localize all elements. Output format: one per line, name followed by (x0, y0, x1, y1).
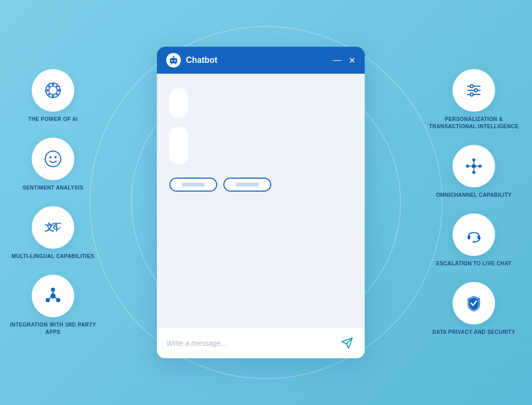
svg-point-24 (56, 298, 60, 302)
network-brain-icon (43, 80, 63, 101)
translate-icon: 文 A (43, 217, 63, 238)
feature-circle-data-privacy (453, 282, 495, 325)
feature-label-data-privacy: DATA PRIVACY AND SECURITY (432, 329, 515, 336)
quick-reply-button-2[interactable] (223, 178, 271, 192)
svg-point-44 (472, 158, 475, 161)
svg-line-27 (55, 297, 57, 299)
feature-circle-personalization (453, 69, 495, 112)
feature-circle-escalation (453, 213, 495, 256)
feature-label-multi-lingual: MULTI-LINGUAL CAPABILITIES (11, 253, 94, 260)
feature-sentiment-analysis: SENTIMENT ANALYSIS (22, 138, 83, 192)
svg-point-40 (470, 93, 473, 96)
feature-circle-omnichannel (453, 145, 495, 187)
send-icon (341, 337, 353, 349)
svg-point-1 (49, 86, 57, 95)
smiley-icon (43, 148, 63, 169)
chatbot-close-button[interactable]: ✕ (349, 56, 355, 65)
svg-point-45 (472, 171, 475, 174)
svg-point-16 (55, 156, 57, 158)
left-features-column: THE POWER OF AI SENTIMENT ANALYSIS 文 A (6, 69, 100, 336)
svg-point-52 (473, 241, 475, 243)
svg-point-7 (56, 93, 58, 96)
feature-data-privacy: DATA PRIVACY AND SECURITY (432, 282, 515, 336)
svg-point-32 (173, 56, 175, 58)
feature-power-of-ai: THE POWER OF AI (28, 69, 78, 123)
svg-point-30 (175, 60, 176, 62)
svg-point-42 (466, 165, 469, 168)
feature-circle-multi-lingual: 文 A (32, 206, 74, 249)
chatbot-title-text: Chatbot (186, 56, 333, 65)
chatbot-window: Chatbot — ✕ (157, 47, 365, 358)
svg-point-22 (51, 288, 55, 292)
svg-point-9 (48, 93, 50, 96)
svg-line-26 (49, 297, 51, 299)
svg-point-43 (478, 165, 482, 168)
svg-rect-28 (170, 58, 177, 63)
svg-point-23 (46, 298, 50, 302)
feature-omnichannel: OMNICHANNEL CAPABILITY (436, 145, 512, 199)
feature-circle-power-of-ai (32, 69, 74, 112)
chat-message-1 (169, 88, 188, 117)
main-layout: THE POWER OF AI SENTIMENT ANALYSIS 文 A (6, 10, 526, 395)
feature-integration: INTEGRATION WITH 3RD PARTY APPS (6, 275, 100, 336)
sliders-icon (463, 80, 484, 101)
feature-escalation: ESCALATION TO LIVE CHAT (436, 213, 512, 267)
chatbot-bot-icon (166, 53, 181, 68)
chatbot-body (157, 74, 365, 327)
svg-point-6 (48, 86, 50, 88)
feature-multi-lingual: 文 A MULTI-LINGUAL CAPABILITIES (11, 206, 94, 260)
chatbot-input-placeholder[interactable]: Write a message... (166, 339, 339, 347)
svg-point-14 (45, 151, 61, 167)
headset-icon (463, 224, 484, 245)
svg-point-38 (470, 85, 473, 88)
shield-icon (463, 293, 484, 314)
quick-reply-line (182, 183, 205, 186)
feature-label-integration: INTEGRATION WITH 3RD PARTY APPS (6, 321, 100, 336)
feature-circle-integration (32, 275, 74, 317)
integration-icon (43, 286, 63, 306)
quick-replies (169, 178, 352, 192)
feature-label-personalization: PERSONALIZATION & TRANSACTIONAL INTELLIG… (422, 116, 526, 130)
chatbot-titlebar: Chatbot — ✕ (157, 47, 365, 74)
svg-point-41 (472, 164, 476, 168)
chatbot-controls: — ✕ (333, 56, 355, 65)
nodes-icon (463, 156, 484, 177)
right-features-column: PERSONALIZATION & TRANSACTIONAL INTELLIG… (422, 69, 526, 336)
svg-point-8 (56, 86, 58, 88)
svg-point-39 (474, 89, 477, 92)
feature-label-escalation: ESCALATION TO LIVE CHAT (436, 260, 512, 267)
feature-circle-sentiment-analysis (32, 138, 74, 180)
chatbot-send-button[interactable] (339, 335, 355, 352)
chat-message-2 (169, 127, 188, 164)
svg-point-29 (171, 60, 173, 62)
feature-label-sentiment-analysis: SENTIMENT ANALYSIS (22, 184, 83, 192)
quick-reply-line (236, 183, 259, 186)
chatbot-input-area: Write a message... (157, 327, 365, 358)
svg-rect-50 (468, 235, 470, 239)
svg-point-15 (49, 156, 51, 158)
quick-reply-button-1[interactable] (169, 178, 217, 192)
feature-label-power-of-ai: THE POWER OF AI (28, 116, 78, 123)
feature-personalization: PERSONALIZATION & TRANSACTIONAL INTELLIG… (422, 69, 526, 130)
chatbot-minimize-button[interactable]: — (333, 56, 341, 65)
bot-icon (169, 56, 178, 65)
feature-label-omnichannel: OMNICHANNEL CAPABILITY (436, 192, 512, 199)
